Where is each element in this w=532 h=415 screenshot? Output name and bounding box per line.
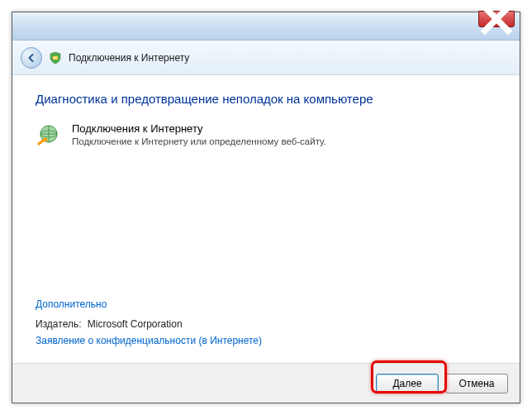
back-arrow-icon [26,53,36,63]
publisher-value: Microsoft Corporation [88,318,183,330]
screenshot-canvas: Подключения к Интернету Диагностика и пр… [0,0,532,415]
cancel-button[interactable]: Отмена [445,374,508,394]
wizard-title: Подключения к Интернету [69,52,189,64]
window-titlebar [12,12,520,41]
advanced-link[interactable]: Дополнительно [36,298,496,310]
troubleshoot-shield-icon [49,51,62,64]
close-button[interactable] [478,11,515,27]
next-button[interactable]: Далее [376,374,439,394]
header-bar: Подключения к Интернету [12,41,520,75]
button-bar: Далее Отмена [12,363,520,403]
page-heading: Диагностика и предотвращение неполадок н… [36,92,496,106]
publisher-label: Издатель: [36,318,82,330]
internet-globe-icon [36,122,62,149]
content-area: Диагностика и предотвращение неполадок н… [12,75,520,363]
troubleshooter-item: Подключения к Интернету Подключение к Ин… [36,122,496,149]
privacy-statement-link[interactable]: Заявление о конфиденциальности (в Интерн… [36,335,496,346]
publisher-line: Издатель: Microsoft Corporation [36,318,496,330]
wizard-window: Подключения к Интернету Диагностика и пр… [12,12,520,403]
troubleshooter-title: Подключения к Интернету [72,122,326,135]
troubleshooter-description: Подключение к Интернету или определенном… [72,136,326,146]
troubleshooter-text: Подключения к Интернету Подключение к Ин… [72,122,326,146]
close-icon [479,2,514,36]
svg-rect-0 [53,56,58,60]
back-button[interactable] [21,47,42,69]
